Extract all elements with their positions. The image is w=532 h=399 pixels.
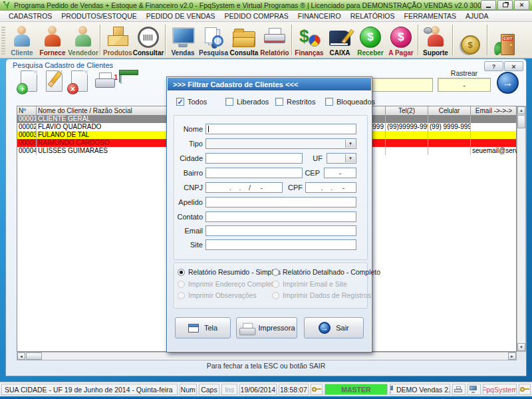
calendar-button[interactable] [119,70,120,82]
close-window-icon[interactable] [504,61,523,71]
menu-financeiro[interactable]: FINANCEIRO [293,12,346,20]
vertical-scroll-thumb[interactable] [517,115,525,128]
option-imprimir-email-site[interactable]: Imprimir Email e Site [272,280,347,288]
phone-search-input[interactable]: - [438,78,491,92]
menu-relatorios[interactable]: RELATÓRIOS [346,12,400,20]
col-header-email[interactable]: Email ->->-> [471,106,517,115]
cell-tel2 [386,131,428,139]
toolbar-vendedor-button[interactable]: Vendedor [68,24,98,57]
cnpj-field[interactable]: . . / - [205,182,283,193]
option-imprimir-dados-registros[interactable]: Imprimir Dados de Registros [272,291,371,299]
site-field[interactable] [205,239,356,250]
col-header-celular[interactable]: Celular [428,106,471,115]
tipo-select[interactable] [205,138,356,149]
menu-pedido-vendas[interactable]: PEDIDO DE VENDAS [142,12,220,20]
pencil-icon [48,71,63,88]
option-relatorio-detalhado[interactable]: Relatório Detalhado - Completo [272,268,380,276]
radio-icon[interactable] [178,269,185,276]
tela-button[interactable]: Tela [175,317,231,338]
horizontal-scroll-thumb[interactable] [26,352,42,360]
toolbar-apagar-button[interactable]: A Pagar [386,24,416,57]
toolbar-exit-button[interactable] [489,24,520,57]
delete-icon: × [67,83,78,94]
email-field[interactable] [205,225,356,236]
nome-field[interactable] [205,124,356,134]
impressora-button[interactable]: Impressora [236,317,297,338]
radio-icon[interactable] [178,281,185,288]
toolbar-relatorio-button[interactable]: Relatório [259,24,290,57]
bairro-field[interactable] [205,168,303,178]
status-caps-lock: Caps [199,384,220,395]
horizontal-scrollbar[interactable] [17,352,517,360]
contato-field[interactable] [205,211,356,222]
cpf-label: CPF [285,184,303,192]
filter-liberados[interactable]: Liberados [225,98,269,106]
toolbar-receber-label: Receber [357,49,383,57]
menu-pedido-compras[interactable]: PEDIDO COMPRAS [220,12,293,20]
apelido-field[interactable] [205,197,356,207]
cell-num: 00005 [17,139,37,147]
cpf-field[interactable]: . . - [305,182,356,193]
toolbar-caixa-button[interactable]: CAIXA [325,24,355,57]
delete-record-button[interactable]: × [71,70,88,92]
bairro-label: Bairro [176,169,203,177]
application-window: Programa Pedido de Vendas + Estoque & Fi… [0,0,532,399]
scroll-right-icon[interactable] [508,352,516,360]
option-relatorio-resumido[interactable]: Relatório Resumido - Simples [178,268,281,276]
add-record-button[interactable]: + [21,70,37,92]
toolbar-consulta-button[interactable]: Consulta [229,24,259,57]
radio-icon[interactable] [272,292,279,299]
toolbar-consultar-button[interactable]: Consultar [133,24,164,57]
monitor-icon [469,386,478,393]
sair-button[interactable]: Sair [304,317,364,338]
menu-ferramentas[interactable]: FERRAMENTAS [400,12,462,20]
toolbar-coin-button[interactable] [455,24,485,57]
toolbar-fornecedor-button[interactable]: Fornece [37,24,68,57]
checkbox-icon[interactable] [176,98,184,106]
toolbar-receber-button[interactable]: Receber [355,24,386,57]
menu-cadastros[interactable]: CADASTROS [4,12,57,20]
radio-icon[interactable] [272,269,279,276]
cidade-field[interactable] [205,153,303,164]
menu-ajuda[interactable]: AJUDA [461,12,493,20]
status-num-lock: Num [180,384,197,395]
checkbox-icon[interactable] [225,98,233,106]
scroll-down-icon[interactable] [517,343,525,351]
menu-produtos-estoque[interactable]: PRODUTOS/ESTOQUE [57,12,141,20]
radio-icon[interactable] [178,292,185,299]
toolbar-financas-button[interactable]: Finanças [294,24,325,57]
minimize-icon[interactable] [481,0,496,10]
filter-restritos[interactable]: Restritos [275,98,315,106]
cep-field[interactable]: - [324,168,356,178]
scroll-left-icon[interactable] [17,352,25,360]
printer-icon [454,386,463,393]
radio-icon[interactable] [272,281,279,288]
edit-record-button[interactable] [46,70,63,92]
option-imprimir-endereco[interactable]: Imprimir Endereço Completo [178,280,277,288]
checkbox-icon[interactable] [325,98,333,106]
cell-tel2 [386,139,428,147]
chevron-down-icon[interactable] [345,140,355,148]
cep-label: CEP [303,169,320,177]
option-imprimir-observacoes[interactable]: Imprimir Observações [178,291,257,299]
restore-icon[interactable] [497,0,513,10]
status-print-box[interactable] [452,384,466,395]
toolbar-produtos-button[interactable]: Produtos [102,24,133,57]
uf-select[interactable] [327,153,356,164]
filter-dialog: >>> Filtrar Cadastro de Clientes <<< Tod… [166,76,372,352]
toolbar-suporte-button[interactable]: Suporte [420,24,451,57]
col-header-num[interactable]: Nº [17,106,37,115]
filter-bloqueados[interactable]: Bloqueados [325,98,375,106]
chevron-down-icon[interactable] [345,154,355,162]
toolbar-vendas-button[interactable]: Vendas [168,24,198,57]
col-header-tel2[interactable]: Tel(2) [386,106,428,115]
toolbar-cliente-button[interactable]: Cliente [7,24,37,57]
search-go-arrow-icon[interactable] [497,72,519,94]
filter-todos[interactable]: Todos [176,98,207,106]
scroll-up-icon[interactable] [517,106,525,114]
toolbar-pesquisa-button[interactable]: Pesquisa [198,24,229,57]
checkbox-icon[interactable] [275,98,283,106]
close-icon[interactable] [514,0,529,10]
vertical-scrollbar[interactable] [517,106,526,352]
status-network-box[interactable] [467,384,481,395]
